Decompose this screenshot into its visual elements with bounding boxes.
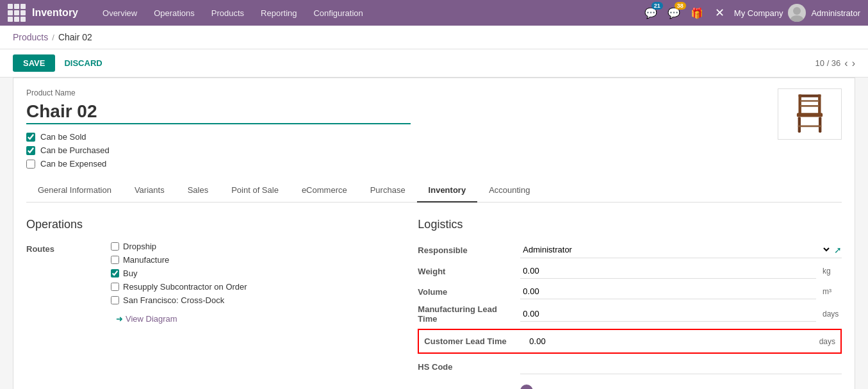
logistics-section: Logistics Responsible Administrator ➚ <box>418 218 842 389</box>
tab-purchase[interactable]: Purchase <box>359 179 417 203</box>
mfg-lead-time-input[interactable] <box>520 306 816 322</box>
customer-lead-time-unit: days <box>819 337 835 346</box>
responsible-select[interactable]: Administrator <box>520 242 831 258</box>
tab-general-information[interactable]: General Information <box>26 179 123 203</box>
avatar[interactable] <box>788 4 806 22</box>
prev-record-button[interactable]: ‹ <box>844 58 848 69</box>
can-be-expensed-label: Can be Expensed <box>40 159 106 169</box>
view-diagram-label: View Diagram <box>126 314 177 324</box>
topbar-right: 💬 21 💬 38 🎁 ✕ My Company Administrator <box>642 4 860 22</box>
weight-input[interactable] <box>520 263 816 279</box>
can-be-sold-checkbox[interactable]: Can be Sold <box>26 132 765 142</box>
mfg-lead-time-label: Manufacturing Lead Time <box>418 304 514 324</box>
product-tabs: General Information Variants Sales Point… <box>26 179 842 203</box>
tab-variants[interactable]: Variants <box>123 179 176 203</box>
chat-badge: 38 <box>675 2 686 10</box>
responsible-ext-link[interactable]: ➚ <box>834 245 842 255</box>
mfg-lead-time-unit: days <box>823 310 842 319</box>
mfg-lead-time-row: Manufacturing Lead Time days <box>418 304 842 324</box>
top-nav: Overview Operations Products Reporting C… <box>95 4 635 22</box>
chat-icon[interactable]: 💬 38 <box>665 4 683 22</box>
messages-icon[interactable]: 💬 21 <box>642 4 660 22</box>
volume-input[interactable] <box>520 284 816 299</box>
discard-button[interactable]: DISCARD <box>61 54 104 72</box>
hs-code-label: HS Code <box>418 362 514 372</box>
tab-point-of-sale[interactable]: Point of Sale <box>220 179 290 203</box>
svg-rect-7 <box>797 113 823 117</box>
svg-rect-3 <box>799 94 801 114</box>
product-name-label: Product Name <box>26 88 765 97</box>
pagination-text: 10 / 36 <box>815 58 841 68</box>
can-be-expensed-checkbox[interactable]: Can be Expensed <box>26 159 765 169</box>
nav-reporting[interactable]: Reporting <box>253 4 304 22</box>
route-cross-dock-label: San Francisco: Cross-Dock <box>123 295 224 305</box>
volume-row: Volume m³ <box>418 284 842 299</box>
weight-row: Weight kg <box>418 263 842 279</box>
tab-ecommerce[interactable]: eCommerce <box>290 179 359 203</box>
view-diagram-arrow: ➜ <box>116 314 123 324</box>
customer-lead-time-input[interactable] <box>527 334 812 349</box>
messages-badge: 21 <box>651 2 663 10</box>
svg-rect-8 <box>798 117 801 133</box>
product-flags: Can be Sold Can be Purchased Can be Expe… <box>26 132 765 169</box>
svg-point-1 <box>790 15 803 22</box>
logistics-title: Logistics <box>418 218 842 231</box>
svg-point-0 <box>793 7 801 15</box>
routes-field: Routes Dropship Manufacture <box>26 242 379 324</box>
close-icon[interactable]: ✕ <box>711 4 729 22</box>
tab-sales[interactable]: Sales <box>176 179 220 203</box>
customer-lead-time-label: Customer Lead Time <box>424 336 520 346</box>
nav-products[interactable]: Products <box>204 4 252 22</box>
operations-title: Operations <box>26 218 379 231</box>
route-buy[interactable]: Buy <box>111 269 247 278</box>
can-be-purchased-label: Can be Purchased <box>40 145 110 155</box>
view-diagram-link[interactable]: ➜ View Diagram <box>116 314 247 324</box>
volume-unit: m³ <box>823 287 842 296</box>
app-name: Inventory <box>32 7 78 19</box>
route-dropship-label: Dropship <box>123 242 156 251</box>
next-record-button[interactable]: › <box>852 58 855 69</box>
inventory-tab-content: Operations Routes Dropship Manufacture <box>26 203 842 389</box>
weight-unit: kg <box>823 267 842 276</box>
nav-configuration[interactable]: Configuration <box>306 4 370 22</box>
breadcrumb-separator: / <box>52 33 54 42</box>
nav-overview[interactable]: Overview <box>95 4 145 22</box>
weight-label: Weight <box>418 267 514 276</box>
hs-code-input[interactable] <box>520 359 842 374</box>
route-resupply[interactable]: Resupply Subcontractor on Order <box>111 282 247 292</box>
breadcrumb-parent[interactable]: Products <box>13 32 48 42</box>
product-image[interactable] <box>778 88 842 140</box>
breadcrumb-current: Chair 02 <box>58 32 92 42</box>
route-manufacture-label: Manufacture <box>123 255 169 265</box>
gift-icon[interactable]: 🎁 <box>688 4 706 22</box>
action-bar: SAVE DISCARD 10 / 36 ‹ › <box>0 49 868 78</box>
responsible-row: Responsible Administrator ➚ <box>418 242 842 258</box>
svg-rect-9 <box>819 117 821 133</box>
svg-rect-2 <box>799 94 821 97</box>
company-selector[interactable]: My Company <box>734 8 783 18</box>
route-manufacture[interactable]: Manufacture <box>111 255 247 265</box>
can-be-purchased-checkbox[interactable]: Can be Purchased <box>26 145 765 155</box>
product-name-input[interactable] <box>26 100 411 124</box>
operations-section: Operations Routes Dropship Manufacture <box>26 218 379 389</box>
route-cross-dock[interactable]: San Francisco: Cross-Dock <box>111 295 247 305</box>
hs-code-row: HS Code <box>418 359 842 374</box>
topbar: Inventory Overview Operations Products R… <box>0 0 868 26</box>
user-menu[interactable]: Administrator <box>811 8 860 18</box>
responsible-select-wrap: Administrator ➚ <box>520 242 842 258</box>
responsible-label: Responsible <box>418 245 514 255</box>
save-button[interactable]: SAVE <box>13 54 55 72</box>
tab-inventory[interactable]: Inventory <box>417 179 478 203</box>
route-dropship[interactable]: Dropship <box>111 242 247 251</box>
product-header-left: Product Name Can be Sold Can be Purchase… <box>26 88 765 169</box>
route-resupply-label: Resupply Subcontractor on Order <box>123 282 247 292</box>
nav-operations[interactable]: Operations <box>146 4 202 22</box>
routes-options: Dropship Manufacture Buy <box>111 242 247 324</box>
tab-accounting[interactable]: Accounting <box>477 179 541 203</box>
svg-rect-4 <box>818 94 821 114</box>
pagination: 10 / 36 ‹ › <box>815 58 855 69</box>
app-menu-icon[interactable] <box>8 4 26 22</box>
customer-lead-time-row: Customer Lead Time days <box>418 329 842 354</box>
tooltip-indicator[interactable] <box>520 385 533 389</box>
main-content: Product Name Can be Sold Can be Purchase… <box>0 78 868 389</box>
